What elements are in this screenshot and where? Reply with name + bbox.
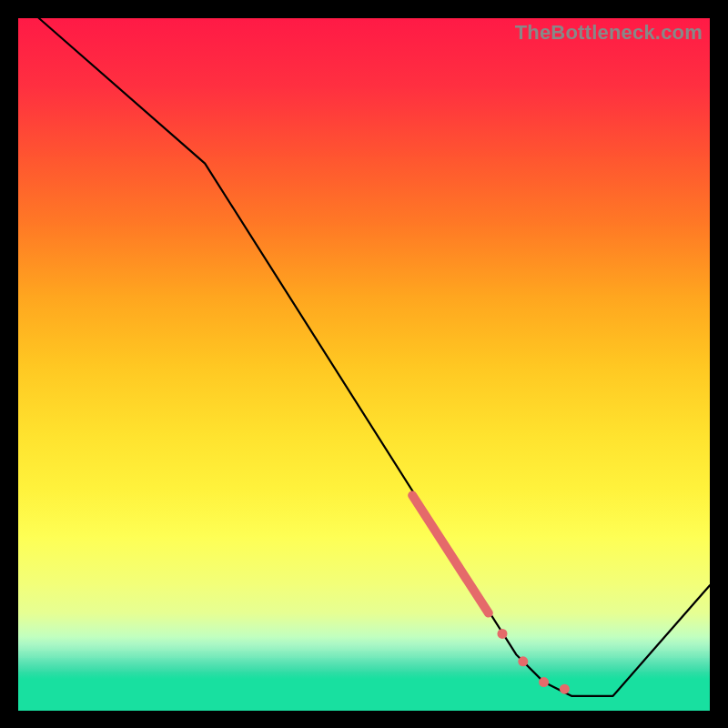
bottleneck-curve bbox=[39, 18, 710, 696]
marker-dots-dot bbox=[498, 629, 508, 639]
marker-dots-dot bbox=[560, 684, 570, 694]
marker-dots-dot bbox=[539, 677, 549, 687]
watermark-text: TheBottleneck.com bbox=[515, 21, 703, 45]
curve-layer bbox=[18, 18, 710, 710]
marker-dots-dot bbox=[518, 656, 528, 666]
plot-area: TheBottleneck.com bbox=[18, 18, 710, 710]
highlight-segment bbox=[412, 495, 489, 612]
chart-stage: TheBottleneck.com bbox=[0, 0, 728, 728]
